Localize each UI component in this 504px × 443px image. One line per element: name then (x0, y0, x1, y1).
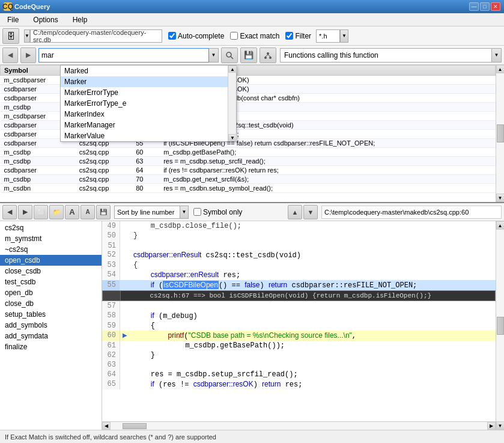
menu-options[interactable]: Options (28, 14, 62, 25)
forward-button[interactable]: ▶ (20, 47, 36, 63)
minimize-button[interactable]: — (469, 2, 479, 11)
autocomplete-dropdown: Marked Marker MarkerErrorType MarkerErro… (60, 65, 237, 142)
code-up-button[interactable]: ▲ (288, 205, 302, 219)
func-list-item-open-csdb[interactable]: open_csdb (0, 255, 102, 266)
table-row[interactable]: m_csdbp cs2sq.cpp 63 res = m_csdbp.setup… (1, 157, 496, 166)
table-row[interactable]: m_csdbp cs2sq.cpp 60 m_csdbp.getBasePath… (1, 148, 496, 157)
results-scroll-down[interactable]: ▼ (496, 194, 505, 202)
app-title: CodeQuery (14, 3, 50, 10)
vscroll-thumb[interactable] (497, 317, 504, 335)
func-list-item-close-csdb[interactable]: close_csdb (0, 266, 102, 276)
close-button[interactable]: ✕ (491, 2, 500, 11)
autocomplete-item-marker[interactable]: Marker (61, 76, 228, 87)
func-list-item-m-symstmt[interactable]: m_symstmt (0, 233, 102, 244)
line-num-59: 59 (102, 321, 120, 331)
func-list-item-open-db[interactable]: open_db (0, 287, 102, 298)
func-list-item-setup-tables[interactable]: setup_tables (0, 309, 102, 320)
search-input[interactable] (38, 48, 209, 63)
autocomplete-item-markermanager[interactable]: MarkerManager (61, 120, 228, 130)
split-view: cs2sq m_symstmt ~cs2sq open_csdb close_c… (0, 221, 504, 430)
line-arrow-52 (120, 250, 130, 260)
autocomplete-item-markervalue[interactable]: MarkerValue (61, 130, 228, 141)
code-text-57 (130, 301, 135, 311)
graph-button[interactable] (260, 47, 276, 63)
func-list-item-destructor[interactable]: ~cs2sq (0, 244, 102, 255)
nav-arrows-wrap: ▲ ▼ (288, 205, 318, 219)
vscroll-up-btn[interactable]: ▲ (496, 221, 505, 230)
code-text-52: csdbparser::enResult cs2sq::test_csdb(vo… (130, 250, 301, 260)
filter-checkbox[interactable] (285, 32, 293, 40)
symbol-only-label[interactable]: Symbol only (193, 208, 242, 216)
autocomplete-item-markererrortype[interactable]: MarkerErrorType (61, 87, 228, 98)
code-line-50: 50 } (102, 231, 496, 240)
hscroll-right-btn[interactable]: ▶ (487, 422, 496, 430)
editor-save-button[interactable]: 💾 (96, 205, 111, 219)
function-dropdown-btn[interactable]: ▼ (492, 48, 502, 63)
exact-match-checkbox-label[interactable]: Exact match (230, 32, 279, 40)
code-down-button[interactable]: ▼ (303, 205, 318, 219)
results-scroll-up[interactable]: ▲ (496, 65, 505, 73)
vscroll-down-btn[interactable]: ▼ (496, 421, 505, 430)
scroll-up-btn[interactable]: ▲ (228, 66, 237, 73)
code-line-53: 53 { (102, 260, 496, 270)
editor-forward-button[interactable]: ▶ (18, 205, 32, 219)
func-list-item-add-symbols[interactable]: add_symbols (0, 320, 102, 331)
filter-checkbox-label[interactable]: Filter (285, 32, 311, 40)
func-list-item-test-csdb[interactable]: test_csdb (0, 276, 102, 287)
func-list-item-cs2sq[interactable]: cs2sq (0, 222, 102, 233)
editor-copy-button[interactable]: ⬜ (34, 205, 48, 219)
table-row[interactable]: m_csdbn cs2sq.cpp 80 res = m_csdbn.setup… (1, 184, 496, 193)
exact-match-checkbox[interactable] (230, 32, 238, 40)
code-text-63 (130, 360, 135, 370)
symbol-only-text: Symbol only (203, 208, 242, 216)
restore-button[interactable]: □ (480, 2, 490, 11)
editor-back-button[interactable]: ◀ (2, 205, 17, 219)
search-toolbar: ◀ ▶ ▼ 💾 Functions calling this function … (0, 46, 504, 65)
menu-file[interactable]: File (2, 14, 23, 25)
function-dropdown[interactable]: Functions calling this function (280, 48, 492, 63)
menu-help[interactable]: Help (68, 14, 93, 25)
symbol-only-checkbox[interactable] (193, 208, 201, 216)
results-scroll-thumb[interactable] (497, 124, 504, 142)
hscroll-thumb[interactable] (123, 423, 147, 429)
scroll-down-btn[interactable]: ▼ (228, 134, 237, 141)
db-path: C:/temp/codequery-master/codequery-src.d… (30, 29, 162, 43)
line-num-53: 53 (102, 260, 120, 270)
code-scrollbar-v: ▲ ▼ (496, 221, 504, 430)
save-search-button[interactable]: 💾 (240, 47, 257, 63)
db-icon[interactable]: 🗄 (2, 28, 19, 44)
autocomplete-checkbox[interactable] (168, 32, 176, 40)
autocomplete-item-markererrortype-e[interactable]: MarkerErrorType_e (61, 98, 228, 109)
func-list-item-finalize[interactable]: finalize (0, 341, 102, 352)
search-dropdown-btn[interactable]: ▼ (209, 48, 219, 63)
back-button[interactable]: ◀ (2, 47, 18, 63)
code-text-62: } (130, 350, 155, 360)
line-num-63: 63 (102, 360, 120, 370)
code-line-59: 59 { (102, 321, 496, 331)
editor-font-large-button[interactable]: A (65, 205, 79, 219)
filter-value[interactable]: *.h (316, 29, 340, 43)
app-icon: CQ (4, 2, 12, 11)
sort-dropdown-btn[interactable]: ▼ (180, 206, 189, 219)
db-path-dropdown-left[interactable]: ▼ (24, 29, 30, 43)
autocomplete-item-marked[interactable]: Marked (61, 66, 228, 76)
code-area[interactable]: 49 m_csdbp.close_file(); 50 } 51 (102, 221, 496, 421)
editor-open-button[interactable]: 📁 (49, 205, 64, 219)
sort-dropdown[interactable]: Sort by line number (114, 206, 180, 219)
autocomplete-item-markerindex[interactable]: MarkerIndex (61, 109, 228, 120)
func-list-item-add-symdata[interactable]: add_symdata (0, 331, 102, 341)
hscroll-left-btn[interactable]: ◀ (102, 422, 111, 430)
editor-font-small-button[interactable]: A (80, 205, 95, 219)
table-row[interactable]: csdbparser cs2sq.cpp 64 if (res != csdbp… (1, 166, 496, 175)
editor-toolbar: ◀ ▶ ⬜ 📁 A A 💾 Sort by line number ▼ Symb… (0, 203, 504, 221)
filter-dropdown-btn[interactable]: ▼ (340, 29, 348, 43)
table-row[interactable]: m_csdbp cs2sq.cpp 70 m_csdbp.get_next_sr… (1, 175, 496, 184)
status-bar: If Exact Match is switched off, wildcard… (0, 430, 504, 443)
line-num-65: 65 (102, 379, 120, 390)
search-button[interactable] (221, 47, 238, 63)
func-list-item-close-db[interactable]: close_db (0, 298, 102, 309)
code-line-54: 54 csdbparser::enResult res; (102, 270, 496, 280)
hscroll-track[interactable] (111, 422, 487, 430)
sort-dropdown-wrap: Sort by line number ▼ (114, 206, 189, 219)
autocomplete-checkbox-label[interactable]: Auto-complete (168, 32, 224, 40)
